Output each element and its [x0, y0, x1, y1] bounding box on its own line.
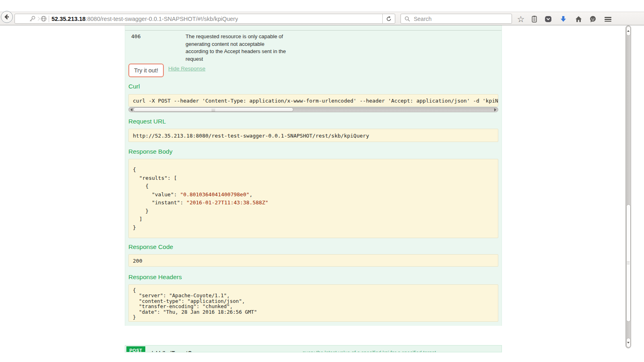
- pocket-icon: [544, 15, 552, 23]
- chevron-separator: [36, 17, 40, 21]
- response-code-value: 200: [129, 255, 498, 267]
- horizontal-scroll-thumb[interactable]: [133, 107, 293, 112]
- request-url-heading: Request URL: [128, 118, 166, 125]
- search-icon: [404, 16, 411, 22]
- scroll-down-button[interactable]: [626, 338, 631, 348]
- bookmarks-list-button[interactable]: [528, 13, 540, 25]
- http-status-code: 406: [131, 33, 140, 39]
- url-text[interactable]: 52.35.213.18:8080/rest-test-swagger-0.0.…: [52, 16, 238, 22]
- table-row-divider: [125, 30, 502, 31]
- star-icon: ☆: [517, 15, 525, 23]
- globe-site-icon[interactable]: [40, 15, 47, 22]
- url-bar[interactable]: 52.35.213.18:8080/rest-test-swagger-0.0.…: [14, 14, 395, 24]
- clipboard-icon: [530, 15, 538, 23]
- page-vertical-scrollbar[interactable]: [625, 25, 631, 348]
- endpoint-path-link[interactable]: /skb/kpiTargetQuery: [151, 350, 204, 352]
- downloads-button[interactable]: [557, 13, 569, 25]
- search-box[interactable]: [400, 14, 512, 24]
- curl-horizontal-scrollbar[interactable]: [128, 107, 498, 112]
- response-headers-heading: Response Headers: [128, 274, 182, 281]
- http-status-message: The requested resource is only capable o…: [186, 33, 288, 63]
- menu-button[interactable]: [605, 13, 616, 25]
- bookmark-star-button[interactable]: ☆: [515, 13, 526, 25]
- url-domain: 52.35.213.18: [52, 16, 86, 22]
- url-path: :8080/rest-test-swagger-0.0.1-SNAPSHOT/#…: [86, 16, 238, 22]
- browser-toolbar: 52.35.213.18:8080/rest-test-swagger-0.0.…: [0, 12, 644, 25]
- home-button[interactable]: [573, 13, 584, 25]
- search-input[interactable]: [413, 15, 512, 23]
- pocket-button[interactable]: [543, 13, 554, 25]
- response-code-heading: Response Code: [128, 243, 173, 251]
- scroll-right-arrow-icon[interactable]: [494, 108, 496, 111]
- hide-response-link[interactable]: Hide Response: [168, 66, 205, 72]
- request-url-box: http://52.35.213.18:8080/rest-test-swagg…: [128, 129, 498, 142]
- home-icon: [575, 15, 582, 23]
- chat-smiley-icon: [589, 15, 597, 23]
- curl-heading: Curl: [128, 83, 140, 90]
- scroll-left-arrow-icon[interactable]: [130, 108, 132, 111]
- swagger-response-panel: 406 The requested resource is only capab…: [125, 25, 502, 326]
- back-button[interactable]: [1, 11, 13, 23]
- response-body-heading: Response Body: [128, 148, 172, 155]
- try-it-out-button[interactable]: Try it out!: [128, 64, 164, 77]
- reload-button[interactable]: [382, 14, 395, 23]
- up-arrow-icon: [627, 30, 630, 32]
- down-arrow-icon: [627, 342, 630, 343]
- url-separator: [49, 16, 49, 22]
- curl-command-box: curl -X POST --header 'Content-Type: app…: [128, 94, 498, 107]
- post-method-badge: POST: [126, 346, 145, 352]
- hamburger-icon: [605, 17, 611, 18]
- endpoint-summary: query the latest value of a specified kp…: [302, 350, 495, 352]
- response-code-box: 200: [128, 254, 498, 267]
- download-arrow-icon: [559, 15, 567, 23]
- request-url-value: http://52.35.213.18:8080/rest-test-swagg…: [129, 129, 498, 142]
- hello-chat-button[interactable]: [587, 13, 599, 25]
- response-body-box: { "results": [ { "value": "0.80103640414…: [128, 159, 498, 238]
- vertical-scroll-thumb[interactable]: [626, 204, 631, 322]
- endpoint-row-kpi-target-query[interactable]: POST /skb/kpiTargetQuery query the lates…: [125, 345, 502, 352]
- curl-command: curl -X POST --header 'Content-Type: app…: [129, 95, 498, 107]
- scroll-up-button[interactable]: [626, 26, 631, 36]
- response-headers-box: { "server": "Apache-Coyote/1.1", "conten…: [128, 284, 498, 322]
- identity-key-icon[interactable]: [29, 15, 36, 23]
